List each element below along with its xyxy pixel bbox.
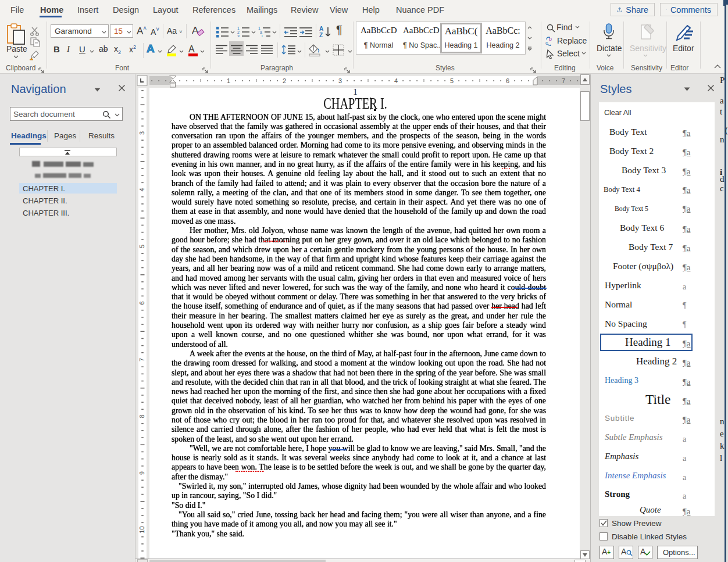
svg-text:2: 2 [237,30,240,34]
svg-text:10: 10 [138,526,145,533]
svg-text:A: A [319,26,323,32]
svg-text:1: 1 [227,77,230,84]
svg-text:5: 5 [450,77,454,84]
svg-text:3: 3 [237,34,240,37]
svg-text:i: i [262,34,263,37]
svg-text:4: 4 [394,77,398,84]
svg-text:7: 7 [562,77,565,84]
svg-text:6: 6 [506,77,509,84]
svg-text:3: 3 [338,77,342,84]
svg-text:6: 6 [138,301,145,305]
svg-text:Z: Z [319,32,323,38]
svg-text:4: 4 [138,188,145,191]
svg-text:2: 2 [283,77,286,84]
svg-text:b: b [549,36,552,42]
svg-text:7: 7 [138,358,145,361]
svg-text:1: 1 [237,26,240,30]
svg-text:3: 3 [138,131,145,135]
svg-text:a: a [260,30,262,34]
svg-text:1: 1 [258,26,260,30]
svg-text:5: 5 [138,245,145,248]
svg-text:A: A [192,25,199,36]
svg-text:A: A [188,44,195,54]
svg-text:c: c [545,40,548,46]
svg-text:9: 9 [138,471,145,475]
svg-text:8: 8 [138,414,145,418]
